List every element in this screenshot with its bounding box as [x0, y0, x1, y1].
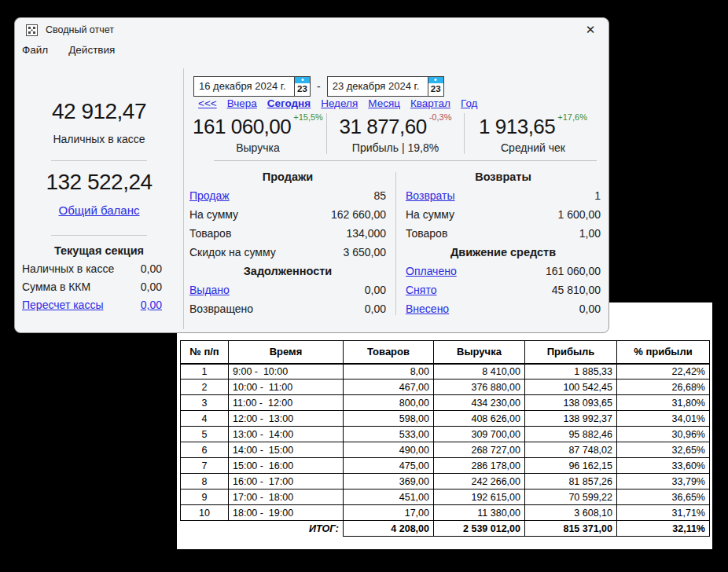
table-cell-time: 9:00 - 10:00: [229, 364, 344, 380]
stat-value: 1 600,00: [558, 205, 601, 224]
total-balance-link-wrap: Общий баланс: [15, 204, 183, 217]
table-cell-time: 11:00 - 12:00: [229, 395, 344, 411]
stat-heading: Возвраты: [406, 167, 601, 186]
recount-cash-link[interactable]: Пересчет кассы: [22, 299, 103, 312]
stat-link[interactable]: Снято: [406, 280, 436, 299]
current-section-row-value[interactable]: 0,00: [141, 299, 162, 312]
table-cell-value: 467,00: [344, 380, 434, 395]
table-row: 311:00 - 12:00800,00434 230,00138 093,65…: [181, 395, 710, 411]
stat-link[interactable]: Продаж: [189, 186, 230, 205]
quick-link-Неделя[interactable]: Неделя: [321, 97, 358, 109]
stat-link[interactable]: Возвраты: [406, 186, 455, 205]
table-cell-value: 30,96%: [617, 427, 710, 442]
current-section-row: Наличных в кассе0,00: [22, 262, 162, 276]
table-cell-value: 8 410,00: [434, 364, 525, 380]
table-cell-value: 138 093,65: [525, 395, 617, 411]
date-from-input[interactable]: 16 декабря 2024 г.: [193, 76, 295, 97]
quick-link-[interactable]: <<<: [198, 97, 217, 109]
panel-divider: [183, 68, 184, 329]
date-to-calendar-button[interactable]: 23: [428, 76, 444, 97]
stat-row: Товаров134,000: [189, 224, 386, 243]
table-cell-index: 9: [181, 490, 229, 505]
kpi-1: 31 877,60-0,3%Прибыль | 19,8%: [326, 113, 464, 154]
date-range: 16 декабря 2024 г. 23 - 23 декабря 2024 …: [193, 76, 444, 97]
table-cell-value: 22,42%: [617, 364, 710, 380]
table-cell-value: 100 542,45: [525, 380, 617, 395]
table-row: 412:00 - 13:00598,00408 626,00138 992,37…: [181, 411, 710, 427]
table-header-cell: Товаров: [344, 341, 434, 364]
stat-value: 85: [373, 186, 386, 205]
stat-row: Возвращено0,00: [189, 299, 386, 318]
stat-value: 1,00: [579, 224, 601, 243]
table-cell-index: 1: [181, 364, 229, 380]
stat-label: Товаров: [189, 224, 231, 243]
stat-link[interactable]: Оплачено: [406, 262, 457, 280]
stat-row: Товаров1,00: [406, 224, 601, 243]
date-to-input[interactable]: 23 декабря 2024 г.: [327, 76, 428, 97]
stat-link[interactable]: Выдано: [189, 280, 230, 299]
table-cell-index: 6: [181, 442, 229, 458]
table-cell-value: 309 700,00: [434, 427, 525, 442]
date-from-calendar-button[interactable]: 23: [294, 76, 311, 97]
kpi-divider: [214, 160, 597, 161]
cash-in-register-value: 42 912,47: [15, 99, 183, 124]
table-cell-value: 31,80%: [617, 395, 710, 411]
table-cell-value: 31,71%: [617, 505, 710, 521]
returns-stats-column: ВозвратыВозвраты1На сумму1 600,00Товаров…: [406, 167, 601, 318]
kpi-value: 31 877,60: [340, 115, 427, 138]
table-cell-value: 475,00: [344, 458, 434, 474]
kpi-0: 161 060,00+15,5%Выручка: [189, 113, 326, 154]
stat-heading: Продажи: [189, 167, 386, 186]
close-icon[interactable]: ✕: [582, 23, 599, 37]
table-header-cell: % прибыли: [617, 341, 710, 364]
current-section-row: Пересчет кассы0,00: [22, 299, 162, 312]
stat-label: Скидок на сумму: [189, 243, 276, 262]
table-cell-index: 10: [181, 505, 229, 521]
table-cell-time: 12:00 - 13:00: [229, 411, 344, 427]
quick-link-Квартал[interactable]: Квартал: [410, 97, 450, 109]
date-range-separator: -: [317, 80, 321, 93]
table-cell-value: 17,00: [344, 505, 434, 521]
quick-period-links: <<<ВчераСегодняНеделяМесяцКварталГод: [198, 97, 477, 109]
table-cell-time: 13:00 - 14:00: [229, 427, 344, 442]
current-section-row-value: 0,00: [141, 262, 162, 276]
kpi-2: 1 913,65+17,6%Средний чек: [464, 113, 601, 154]
quick-link-Год[interactable]: Год: [461, 97, 478, 109]
stat-heading: Задолженности: [189, 262, 386, 280]
quick-link-Вчера[interactable]: Вчера: [227, 97, 257, 109]
stat-row: Снято45 810,00: [406, 280, 601, 299]
total-label: ИТОГ:: [181, 521, 344, 537]
table-cell-value: 34,01%: [617, 411, 710, 427]
total-balance-link[interactable]: Общий баланс: [59, 204, 140, 217]
table-cell-value: 286 178,00: [434, 458, 525, 474]
stat-label: Возвращено: [189, 299, 253, 318]
kpi-delta: -0,3%: [429, 112, 452, 122]
table-cell-value: 434 230,00: [434, 395, 525, 411]
total-value: 32,11%: [617, 521, 710, 537]
table-cell-value: 8,00: [344, 364, 434, 380]
stat-row: Внесено0,00: [406, 299, 601, 318]
total-row: ИТОГ:4 208,002 539 012,00815 371,0032,11…: [181, 521, 710, 537]
hourly-table-footer: ИТОГ:4 208,002 539 012,00815 371,0032,11…: [181, 521, 710, 537]
kpi-value-line: 31 877,60-0,3%: [327, 115, 464, 139]
quick-link-Сегодня[interactable]: Сегодня: [267, 97, 311, 109]
table-cell-time: 14:00 - 15:00: [229, 442, 344, 458]
table-row: 19:00 - 10:008,008 410,001 885,3322,42%: [181, 364, 710, 380]
table-cell-value: 32,65%: [617, 442, 710, 458]
cash-panel: 42 912,47 Наличных в кассе 132 522,24 Об…: [15, 18, 183, 332]
stat-row: Продаж85: [189, 186, 386, 205]
stat-link[interactable]: Внесено: [406, 299, 449, 318]
divider: [51, 160, 147, 161]
table-row: 614:00 - 15:00490,00268 727,0087 748,023…: [181, 442, 710, 458]
divider: [51, 235, 147, 236]
quick-link-Месяц[interactable]: Месяц: [368, 97, 400, 109]
summary-report-window: Сводный отчет ✕ Файл Действия 42 912,47 …: [14, 17, 609, 333]
table-cell-value: 1 885,33: [525, 364, 617, 380]
stat-value: 134,000: [346, 224, 386, 243]
stat-value: 0,00: [579, 299, 601, 318]
current-section-row-value: 0,00: [141, 280, 162, 294]
table-header-cell: Прибыль: [525, 341, 617, 364]
kpi-label: Выручка: [189, 141, 326, 154]
stat-value: 3 650,00: [344, 243, 387, 262]
table-cell-value: 11 380,00: [434, 505, 525, 521]
